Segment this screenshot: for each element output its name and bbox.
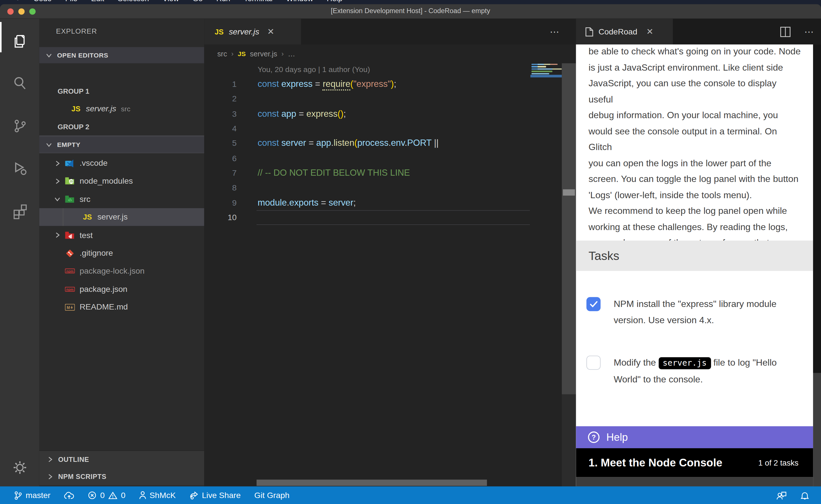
statusbar-bell-icon[interactable] — [794, 486, 816, 504]
activitybar-extensions-icon[interactable] — [0, 199, 39, 224]
keystone-icon[interactable]: ▪ — [727, 0, 729, 3]
breadcrumb[interactable]: src › JS server.js › … — [204, 44, 576, 63]
activitybar-explorer-icon[interactable] — [0, 29, 39, 54]
activity-bar — [0, 19, 39, 486]
task-item-2[interactable]: Modify the server.js file to log "HelloW… — [586, 355, 804, 388]
code-line-7[interactable]: 7// -- DO NOT EDIT BELOW THIS LINE — [204, 166, 530, 181]
code-line-10[interactable]: 10 — [204, 210, 530, 225]
tree-item-test[interactable]: test — [39, 226, 204, 244]
split-editor-icon[interactable] — [780, 26, 791, 37]
tree-item-label: src — [79, 194, 90, 204]
menu-view[interactable]: View — [162, 0, 179, 3]
tab-coderoad[interactable]: CodeRoad ✕ — [576, 19, 673, 44]
webview-scrollbar[interactable] — [813, 44, 821, 486]
close-tab-icon[interactable]: ✕ — [267, 27, 275, 37]
tree-item-package-lock-json[interactable]: npmpackage-lock.json — [39, 262, 204, 280]
lesson-footer[interactable]: 1. Meet the Node Console 1 of 2 tasks — [576, 448, 813, 477]
tree-item-package-json[interactable]: npmpackage.json — [39, 280, 204, 298]
apple-menu-icon[interactable]: ● — [16, 0, 20, 3]
code-line-2[interactable]: 2 — [204, 92, 530, 106]
editor-scrollbar-track[interactable] — [562, 394, 576, 486]
breadcrumb-folder[interactable]: src — [217, 50, 227, 58]
statusbar-errors-warnings[interactable]: 00 — [81, 486, 132, 504]
tree-item--vscode[interactable]: .vscode — [39, 154, 204, 172]
statusbar-master[interactable]: master — [7, 486, 57, 504]
code-line-8[interactable]: 8 — [204, 181, 530, 195]
window-title: [Extension Development Host] - CodeRoad … — [0, 7, 821, 15]
statusbar-git-graph[interactable]: Git Graph — [248, 486, 296, 504]
activitybar-run-debug-icon[interactable] — [0, 156, 39, 181]
open-editor-item-server-js[interactable]: JSserver.jssrc — [39, 100, 204, 118]
editor-more-actions-icon[interactable]: ⋯ — [550, 19, 560, 44]
folder-section-header[interactable]: EMPTY — [39, 136, 204, 153]
menu-go[interactable]: Go — [192, 0, 203, 3]
chevron-down-icon — [44, 140, 53, 149]
play-icon[interactable]: ▪ — [715, 0, 717, 3]
editor-tab-bar: JS server.js ✕ ⋯ — [204, 19, 576, 44]
open-editors-header[interactable]: OPEN EDITORS — [39, 47, 204, 63]
code-line-3[interactable]: 3const app = express(); — [204, 106, 530, 121]
tree-item-label: package.json — [79, 284, 127, 294]
statusbar-live-share[interactable]: Live Share — [182, 486, 248, 504]
menu-terminal[interactable]: Terminal — [244, 0, 273, 3]
statusbar-feedback-icon[interactable] — [770, 486, 794, 504]
tree-item-node_modules[interactable]: JSnode_modules — [39, 172, 204, 190]
code-line-1[interactable]: 1const express = require("express"); — [204, 77, 530, 92]
breadcrumb-file[interactable]: server.js — [250, 50, 277, 58]
spotlight-icon[interactable]: ▪ — [785, 0, 787, 3]
checkbox-checked[interactable] — [586, 297, 600, 311]
code-line-6[interactable]: 6 — [204, 151, 530, 166]
tree-item-src[interactable]: ‹/›src — [39, 190, 204, 208]
statusbar-cloud-upload[interactable] — [57, 486, 81, 504]
activitybar-source-control-icon[interactable] — [0, 114, 39, 139]
checkbox-unchecked[interactable] — [586, 356, 600, 370]
control-center-icon[interactable]: ▪ — [808, 0, 810, 3]
folder-section-label: EMPTY — [57, 141, 80, 148]
refresh-icon[interactable]: ▪ — [692, 0, 694, 3]
shield-icon[interactable]: ▪ — [703, 0, 706, 3]
volume-icon[interactable]: ▪ — [750, 0, 752, 3]
section-outline[interactable]: OUTLINE — [39, 451, 204, 468]
line-number: 10 — [204, 213, 237, 222]
code-line-9[interactable]: 9module.exports = server; — [204, 195, 530, 210]
menu-selection[interactable]: Selection — [118, 0, 149, 3]
display-icon[interactable]: ▪ — [680, 0, 683, 3]
menu-run[interactable]: Run — [217, 0, 230, 3]
minimap[interactable] — [530, 63, 562, 261]
menu-help[interactable]: Help — [327, 0, 342, 3]
statusbar-shmck[interactable]: ShMcK — [132, 486, 182, 504]
wifi-icon[interactable]: ▪ — [762, 0, 764, 3]
task-text: NPM install the "express" library module… — [614, 296, 777, 329]
code-line-5[interactable]: 5const server = app.listen(process.env.P… — [204, 136, 530, 151]
panel-more-actions-icon[interactable]: ⋯ — [804, 26, 815, 37]
chevron-right-icon — [53, 159, 61, 167]
menu-edit[interactable]: Edit — [91, 0, 104, 3]
horizontal-scrollbar-thumb[interactable] — [257, 480, 487, 486]
task-item-1[interactable]: NPM install the "express" library module… — [586, 296, 804, 329]
close-tab-icon[interactable]: ✕ — [646, 27, 654, 37]
editor-scrollbar[interactable] — [562, 63, 576, 394]
scrollbar-thumb[interactable] — [563, 189, 575, 196]
tree-item-server-js[interactable]: JSserver.js — [39, 208, 204, 226]
activitybar-search-icon[interactable] — [0, 71, 39, 96]
menu-code[interactable]: Code — [33, 0, 52, 3]
battery-icon[interactable]: ▪ — [738, 0, 741, 3]
section-npm-scripts[interactable]: NPM SCRIPTS — [39, 468, 204, 485]
editor-group: JS server.js ✕ ⋯ src › JS server.js › … … — [204, 19, 576, 486]
line-number: 7 — [204, 168, 237, 178]
menu-window[interactable]: Window — [286, 0, 313, 3]
help-bar[interactable]: ? Help — [576, 426, 813, 448]
webview-scrollbar-thumb[interactable] — [813, 44, 821, 373]
breadcrumb-symbol[interactable]: … — [288, 50, 295, 58]
code-editor[interactable]: You, 20 days ago | 1 author (You) 1const… — [204, 63, 576, 486]
tree-item--gitignore[interactable]: .gitignore — [39, 244, 204, 262]
activitybar-settings-gear-icon[interactable] — [0, 455, 39, 480]
code-line-4[interactable]: 4 — [204, 121, 530, 136]
tree-item-README-md[interactable]: MREADME.md — [39, 298, 204, 316]
test-icon — [64, 230, 75, 240]
window-title-bar[interactable]: [Extension Development Host] - CodeRoad … — [0, 4, 821, 19]
siri-icon[interactable]: ▪ — [797, 0, 799, 3]
tab-server-js[interactable]: JS server.js ✕ — [204, 19, 301, 44]
menu-file[interactable]: File — [65, 0, 77, 3]
clock-icon[interactable]: ▪ — [773, 0, 776, 3]
